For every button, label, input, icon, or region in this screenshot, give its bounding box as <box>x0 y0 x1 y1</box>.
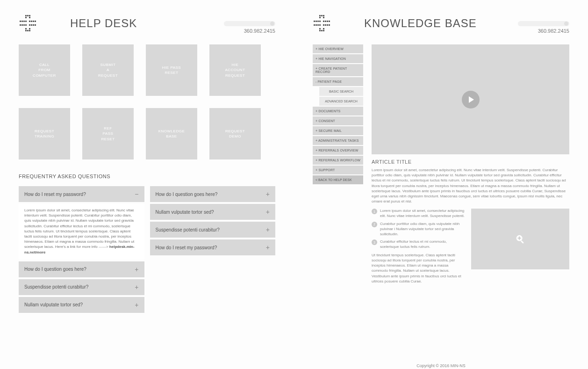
tile-ref-pass-reset[interactable]: REFPASSRESET <box>82 108 134 159</box>
svg-rect-44 <box>325 24 326 26</box>
svg-rect-1 <box>27 15 29 16</box>
sidebar-sub-basic-search[interactable]: BASIC SEARCH <box>319 87 363 96</box>
sidebar-item-referrals-workflow[interactable]: + REFERRALS WORKFLOW <box>313 156 363 165</box>
svg-rect-8 <box>25 21 27 22</box>
svg-rect-7 <box>23 21 25 22</box>
svg-rect-24 <box>27 30 29 31</box>
svg-rect-49 <box>319 30 321 31</box>
tile-hie-account-request[interactable]: HIEACCOUNTREQUEST <box>209 44 261 96</box>
faq-label: How do I reset my password? <box>156 245 217 250</box>
article-title: ARTICLE TITLE <box>372 159 569 165</box>
magnifier-plus-icon <box>515 234 525 244</box>
svg-rect-32 <box>316 21 317 22</box>
faq-label: Suspendisse potenti curabitur? <box>24 284 88 289</box>
tile-submit-request[interactable]: SUBMITAREQUEST <box>82 44 134 96</box>
svg-rect-25 <box>29 30 30 31</box>
page-title: HELP DESK <box>70 17 137 30</box>
sidebar-item-documents[interactable]: + DOCUMENTS <box>313 107 363 116</box>
tiles-grid: CALLFROMCOMPUTER SUBMITAREQUEST HIE PASS… <box>19 44 275 159</box>
faq-label: Nullam vulputate tortor sed? <box>24 302 83 307</box>
sidebar-item-support[interactable]: + SUPPORT <box>313 166 363 174</box>
sidebar-item-hie-navigation[interactable]: + HIE NAVIGATION <box>313 54 363 63</box>
kb-sidebar: + HIE OVERVIEW + HIE NAVIGATION + CREATE… <box>313 44 363 284</box>
tile-request-demo[interactable]: REQUESTDEMO <box>209 108 261 159</box>
svg-rect-2 <box>29 15 30 16</box>
sidebar-back-button[interactable]: < BACK TO HELP DESK <box>313 175 363 184</box>
svg-rect-43 <box>323 24 324 26</box>
plus-icon: + <box>135 301 138 309</box>
steps-list: 1Lorem ipsum dolor sit amet, consectetur… <box>372 209 466 284</box>
sidebar-item-create-patient-record[interactable]: + CREATE PATIENT RECORD <box>313 64 363 76</box>
sidebar-item-hie-overview[interactable]: + HIE OVERVIEW <box>313 44 363 53</box>
faq-label: How do I reset my password? <box>24 192 86 197</box>
tile-knowledge-base[interactable]: KNOWLEDGEBASE <box>146 108 197 159</box>
page-title: KNOWLEDGE BASE <box>364 17 477 30</box>
search-input[interactable] <box>224 21 275 26</box>
svg-rect-33 <box>317 21 319 22</box>
faq-item[interactable]: How do I question goes here?+ <box>150 186 276 202</box>
faq-item[interactable]: Nullam vulputate tortor sed?+ <box>19 297 144 313</box>
search-input[interactable] <box>518 21 569 26</box>
svg-rect-19 <box>33 24 34 26</box>
svg-rect-36 <box>325 21 326 22</box>
step-number-icon: 2 <box>372 222 377 227</box>
faq-item[interactable]: Suspendisse potenti curabitur?+ <box>150 222 276 238</box>
svg-rect-16 <box>25 24 27 26</box>
svg-rect-29 <box>319 17 321 18</box>
svg-rect-20 <box>35 24 36 26</box>
minus-icon: − <box>135 190 138 198</box>
tile-request-training[interactable]: REQUESTTRAINING <box>19 108 70 159</box>
faq-label: How do I question goes here? <box>24 267 86 272</box>
svg-rect-47 <box>319 28 321 29</box>
svg-rect-41 <box>317 24 319 26</box>
faq-label: Nullam vulputate tortor sed? <box>156 210 214 215</box>
video-player[interactable] <box>372 44 569 154</box>
svg-rect-31 <box>314 21 315 22</box>
faq-item[interactable]: How do I reset my password?− <box>19 186 144 202</box>
svg-rect-50 <box>321 30 323 31</box>
svg-rect-5 <box>20 21 21 22</box>
svg-rect-37 <box>327 21 328 22</box>
svg-rect-13 <box>20 24 21 26</box>
faq-item[interactable]: How do I question goes here?+ <box>19 261 144 277</box>
image-zoom-box[interactable] <box>471 209 569 269</box>
faq-body: Lorem ipsum dolor sit amet, consectetur … <box>19 204 144 260</box>
sidebar-item-patient-page[interactable]: - PATIENT PAGE <box>313 77 363 86</box>
svg-rect-17 <box>29 24 30 26</box>
svg-rect-18 <box>31 24 32 26</box>
tile-call-from-computer[interactable]: CALLFROMCOMPUTER <box>19 44 70 96</box>
faq-item[interactable]: Nullam vulputate tortor sed?+ <box>150 204 276 220</box>
svg-rect-40 <box>316 24 317 26</box>
sidebar-item-admin-tasks[interactable]: + ADMINISTRATIVE TASKS <box>313 136 363 145</box>
sidebar-item-secure-mail[interactable]: + SECURE MAIL <box>313 126 363 135</box>
svg-rect-45 <box>327 24 328 26</box>
logo-icon <box>19 14 37 33</box>
logo-icon <box>313 14 331 33</box>
sidebar-sub-advanced-search[interactable]: ADVANCED SEARCH <box>319 97 363 106</box>
svg-rect-48 <box>323 28 324 29</box>
svg-rect-14 <box>22 24 23 26</box>
svg-rect-30 <box>323 17 324 18</box>
phone-number: 360.982.2415 <box>244 28 275 34</box>
sidebar-item-consent[interactable]: + CONSENT <box>313 116 363 125</box>
svg-rect-15 <box>23 24 25 26</box>
faq-item[interactable]: Suspendisse potenti curabitur?+ <box>19 279 144 295</box>
svg-rect-46 <box>329 24 330 26</box>
svg-rect-51 <box>323 30 324 31</box>
svg-rect-3 <box>25 17 27 18</box>
svg-rect-11 <box>33 21 34 22</box>
tile-hie-pass-reset[interactable]: HIE PASSRESET <box>146 44 197 96</box>
sidebar-item-referrals-overview[interactable]: + REFERRALS OVERVIEW <box>313 146 363 155</box>
help-desk-panel: HELP DESK 360.982.2415 CALLFROMCOMPUTER … <box>0 0 294 369</box>
svg-rect-22 <box>29 28 30 29</box>
footer: Copyright © 2016 MIN-NS <box>313 363 569 368</box>
faq-item[interactable]: How do I reset my password?+ <box>150 239 276 255</box>
step-text: Lorem ipsum dolor sit amet, consectetur … <box>380 209 466 219</box>
svg-rect-35 <box>323 21 324 22</box>
svg-rect-10 <box>31 21 32 22</box>
svg-rect-21 <box>25 28 27 29</box>
svg-rect-38 <box>329 21 330 22</box>
article: ARTICLE TITLE Lorem ipsum dolor sit amet… <box>372 44 569 284</box>
svg-rect-39 <box>314 24 315 26</box>
step-number-icon: 1 <box>372 209 377 214</box>
